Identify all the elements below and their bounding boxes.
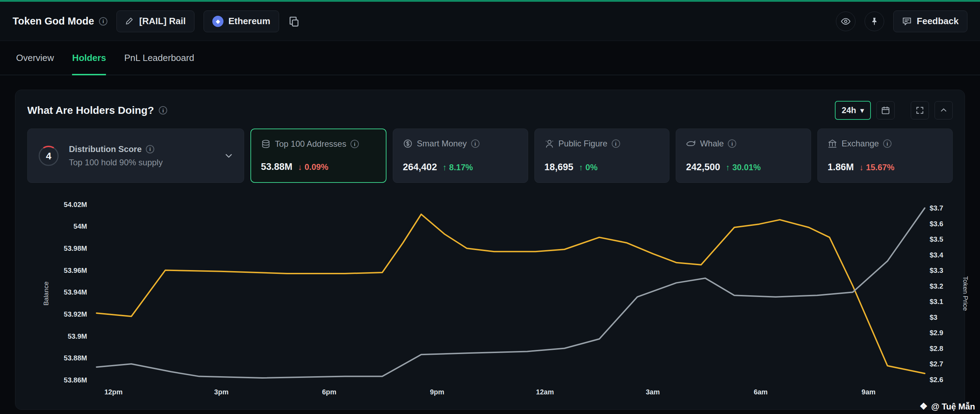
stat-card-smart-money[interactable]: Smart Money 264,402 8.17% (393, 129, 528, 183)
feedback-button[interactable]: Feedback (893, 11, 967, 32)
info-icon[interactable] (471, 139, 479, 148)
svg-text:12pm: 12pm (104, 388, 123, 396)
eye-icon (841, 16, 851, 26)
smart-money-icon (403, 139, 413, 149)
chart-area[interactable]: 54.02M54M53.98M53.96M53.94M53.92M53.9M53… (27, 192, 953, 406)
svg-text:Token Price: Token Price (962, 276, 969, 311)
page-title: Token God Mode (13, 15, 107, 27)
ethereum-icon (212, 16, 223, 27)
svg-text:$3.2: $3.2 (930, 282, 943, 290)
stat-card-whale[interactable]: Whale 242,500 30.01% (676, 129, 811, 183)
copy-icon (288, 16, 299, 27)
watermark: ❖ @ Tuệ Mẫn (920, 401, 975, 412)
chevron-down-icon[interactable] (223, 150, 234, 161)
svg-text:12am: 12am (536, 388, 554, 396)
token-select-label: [RAIL] Rail (139, 16, 186, 27)
expand-button[interactable] (911, 101, 929, 120)
svg-text:54M: 54M (73, 222, 87, 230)
svg-text:$3.1: $3.1 (930, 298, 943, 305)
svg-text:53.92M: 53.92M (64, 310, 87, 318)
svg-text:$2.7: $2.7 (930, 360, 943, 368)
distribution-label: Distribution Score (69, 144, 142, 154)
expand-icon (915, 106, 924, 115)
tab-bar: Overview Holders PnL Leaderboard (0, 41, 980, 75)
distribution-score-value: 4 (46, 150, 51, 161)
stat-change: 30.01% (726, 163, 761, 172)
stat-value: 1.86M (827, 162, 854, 173)
svg-text:9am: 9am (861, 388, 875, 396)
watermark-logo-icon: ❖ (920, 401, 928, 412)
info-icon[interactable] (350, 140, 359, 148)
distribution-score-card[interactable]: 4 Distribution Score Top 100 hold 90% su… (27, 129, 244, 183)
info-icon[interactable] (99, 17, 107, 26)
info-icon[interactable] (883, 139, 891, 148)
coins-icon (261, 139, 271, 149)
chain-select-button[interactable]: Ethereum (204, 11, 279, 32)
chevron-down-icon: ▾ (861, 106, 864, 115)
pin-button[interactable] (865, 11, 884, 31)
info-icon[interactable] (612, 139, 620, 148)
tab-pnl-leaderboard[interactable]: PnL Leaderboard (124, 41, 194, 75)
stat-card-public-figure[interactable]: Public Figure 18,695 0% (535, 129, 670, 183)
exchange-bank-icon (827, 139, 837, 149)
chevron-up-icon (939, 106, 948, 115)
svg-text:$3.7: $3.7 (930, 204, 943, 212)
tab-overview[interactable]: Overview (16, 41, 54, 75)
svg-text:$2.8: $2.8 (930, 345, 943, 352)
stat-change: 8.17% (442, 163, 473, 172)
svg-text:53.98M: 53.98M (64, 245, 87, 252)
svg-text:53.88M: 53.88M (64, 354, 87, 362)
feedback-label: Feedback (917, 16, 959, 27)
svg-text:53.86M: 53.86M (64, 376, 87, 384)
timeframe-value: 24h (842, 105, 856, 115)
info-icon[interactable] (146, 145, 154, 153)
stat-value: 264,402 (403, 162, 437, 173)
copy-address-button[interactable] (288, 16, 299, 27)
info-icon[interactable] (159, 106, 167, 115)
holders-panel: What Are Holders Doing? 24h ▾ (15, 90, 965, 410)
svg-text:$3.3: $3.3 (930, 267, 943, 274)
info-icon[interactable] (728, 139, 736, 148)
distribution-texts: Distribution Score Top 100 hold 90% supp… (69, 144, 162, 168)
svg-text:$3: $3 (930, 313, 937, 321)
svg-text:3pm: 3pm (214, 388, 228, 396)
watch-button[interactable] (836, 11, 856, 31)
panel-title: What Are Holders Doing? (27, 104, 167, 116)
page-title-text: Token God Mode (13, 15, 94, 27)
feedback-chat-icon (902, 16, 912, 26)
svg-text:$2.9: $2.9 (930, 329, 943, 337)
panel-header: What Are Holders Doing? 24h ▾ (27, 100, 953, 121)
svg-text:53.9M: 53.9M (67, 332, 87, 340)
tab-holders[interactable]: Holders (72, 41, 106, 75)
svg-text:6pm: 6pm (322, 388, 336, 396)
holders-activity-chart[interactable]: 54.02M54M53.98M53.96M53.94M53.92M53.9M53… (27, 192, 977, 405)
panel-controls: 24h ▾ (835, 101, 953, 120)
collapse-button[interactable] (934, 101, 953, 120)
pin-icon (870, 17, 879, 26)
watermark-text: @ Tuệ Mẫn (931, 402, 975, 412)
svg-text:$3.4: $3.4 (930, 251, 943, 259)
topbar: Token God Mode [RAIL] Rail Ethereum Feed… (0, 2, 980, 41)
stat-label: Exchange (842, 139, 879, 149)
stat-value: 242,500 (686, 162, 720, 173)
public-figure-icon (544, 139, 554, 149)
stat-value: 53.88M (261, 161, 293, 172)
calendar-button[interactable] (877, 101, 895, 120)
stat-card-exchange[interactable]: Exchange 1.86M 15.67% (818, 129, 953, 183)
distribution-score-gauge: 4 (37, 145, 60, 167)
stat-card-top100-addresses[interactable]: Top 100 Addresses 53.88M 0.09% (250, 129, 387, 183)
token-select-button[interactable]: [RAIL] Rail (116, 11, 194, 32)
stat-change: 15.67% (859, 163, 894, 172)
stat-change: 0.09% (298, 162, 328, 172)
stat-label: Whale (700, 139, 724, 149)
stat-label: Public Figure (558, 139, 608, 149)
svg-text:$3.6: $3.6 (930, 220, 943, 228)
pencil-icon (125, 17, 134, 26)
svg-text:$2.6: $2.6 (930, 376, 943, 384)
svg-text:6am: 6am (754, 388, 768, 396)
stat-value: 18,695 (544, 162, 574, 173)
svg-text:54.02M: 54.02M (64, 201, 87, 208)
timeframe-select[interactable]: 24h ▾ (835, 101, 871, 120)
svg-text:3am: 3am (646, 388, 660, 396)
svg-text:9pm: 9pm (430, 388, 444, 396)
